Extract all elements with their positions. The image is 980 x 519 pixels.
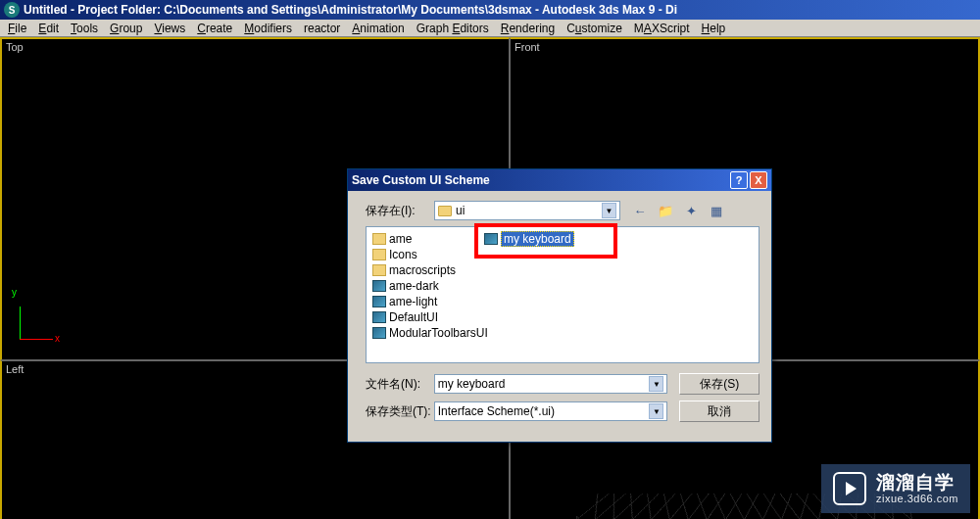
ui-file-icon <box>372 296 386 307</box>
app-icon: S <box>4 2 20 18</box>
folder-icon <box>438 206 452 216</box>
file-item[interactable]: DefaultUI <box>370 309 755 325</box>
menu-edit[interactable]: Edit <box>32 21 65 36</box>
menu-reactor[interactable]: reactor <box>298 21 346 36</box>
ui-file-icon <box>372 311 386 323</box>
menu-customize[interactable]: Customize <box>561 21 628 36</box>
new-folder-icon[interactable]: ✦ <box>681 201 701 220</box>
file-list[interactable]: ameIconsmacroscriptsame-darkame-lightDef… <box>366 226 760 363</box>
ui-file-icon <box>372 280 386 292</box>
file-item[interactable]: macroscripts <box>370 262 755 278</box>
dialog-titlebar[interactable]: Save Custom UI Scheme ? X <box>348 169 771 191</box>
ui-file-icon <box>372 327 386 339</box>
save-in-value: ui <box>456 204 465 217</box>
file-name: ModularToolbarsUI <box>389 326 488 340</box>
file-item[interactable]: ame-dark <box>370 278 755 294</box>
dialog-toolbar: ← 📁 ✦ ▦ <box>630 201 726 220</box>
menu-modifiers[interactable]: Modifiers <box>238 21 298 36</box>
watermark-text: 溜溜自学 <box>876 473 958 494</box>
dialog-close-button[interactable]: X <box>750 171 767 189</box>
window-title: Untitled - Project Folder: C:\Documents … <box>24 3 976 17</box>
file-item[interactable]: ModularToolbarsUI <box>370 325 755 341</box>
filename-label: 文件名(N): <box>366 376 434 393</box>
dialog-title-text: Save Custom UI Scheme <box>352 173 728 187</box>
menu-views[interactable]: Views <box>148 21 191 36</box>
folder-icon <box>372 249 386 260</box>
chevron-down-icon: ▼ <box>649 376 663 392</box>
menu-maxscript[interactable]: MAXScript <box>628 21 696 36</box>
menu-group[interactable]: Group <box>104 21 148 36</box>
file-item[interactable]: Icons <box>370 247 755 262</box>
file-name: ame <box>389 232 412 246</box>
axis-y-label: y <box>12 287 17 298</box>
filename-input[interactable]: my keyboard ▼ <box>434 374 668 394</box>
file-name: ame-dark <box>389 279 439 293</box>
viewport-left-label: Left <box>6 363 24 375</box>
menu-tools[interactable]: Tools <box>65 21 104 36</box>
menu-rendering[interactable]: Rendering <box>495 21 561 36</box>
file-name: macroscripts <box>389 263 456 277</box>
viewport-top-label: Top <box>6 41 24 53</box>
chevron-down-icon: ▼ <box>649 403 663 419</box>
viewport-front-label: Front <box>514 41 540 53</box>
filename-value: my keyboard <box>438 377 506 391</box>
save-in-dropdown[interactable]: ui ▼ <box>434 201 620 220</box>
save-in-label: 保存在(I): <box>366 203 434 219</box>
watermark-url: zixue.3d66.com <box>876 493 958 504</box>
view-menu-icon[interactable]: ▦ <box>707 201 726 220</box>
window-titlebar: S Untitled - Project Folder: C:\Document… <box>0 0 980 20</box>
axis-x-label: x <box>55 333 60 344</box>
folder-icon <box>372 233 386 245</box>
save-dialog: Save Custom UI Scheme ? X 保存在(I): ui ▼ ←… <box>347 168 772 443</box>
filetype-label: 保存类型(T): <box>366 403 434 420</box>
menu-create[interactable]: Create <box>191 21 238 36</box>
file-name: DefaultUI <box>389 310 438 324</box>
menu-bar: File Edit Tools Group Views Create Modif… <box>0 20 980 37</box>
menu-animation[interactable]: Animation <box>346 21 410 36</box>
new-file-item[interactable]: my keyboard <box>484 231 574 247</box>
folder-icon <box>372 264 386 276</box>
back-icon[interactable]: ← <box>630 201 650 220</box>
filetype-value: Interface Scheme(*.ui) <box>438 404 555 418</box>
cancel-button[interactable]: 取消 <box>679 401 760 422</box>
axis-gizmo: y x <box>20 301 59 340</box>
file-item[interactable]: ame-light <box>370 294 755 309</box>
file-name: Icons <box>389 248 417 261</box>
dialog-help-button[interactable]: ? <box>730 171 748 189</box>
filetype-dropdown[interactable]: Interface Scheme(*.ui) ▼ <box>434 401 668 421</box>
menu-help[interactable]: Help <box>696 21 732 36</box>
new-file-name: my keyboard <box>501 231 574 247</box>
save-button[interactable]: 保存(S) <box>679 373 760 395</box>
up-folder-icon[interactable]: 📁 <box>656 201 675 220</box>
watermark-logo-icon <box>833 472 866 505</box>
menu-file[interactable]: File <box>2 21 32 36</box>
chevron-down-icon: ▼ <box>602 203 616 218</box>
ui-file-icon <box>484 233 498 245</box>
menu-graph-editors[interactable]: Graph Editors <box>411 21 495 36</box>
file-name: ame-light <box>389 295 437 308</box>
watermark-badge: 溜溜自学 zixue.3d66.com <box>821 464 970 513</box>
